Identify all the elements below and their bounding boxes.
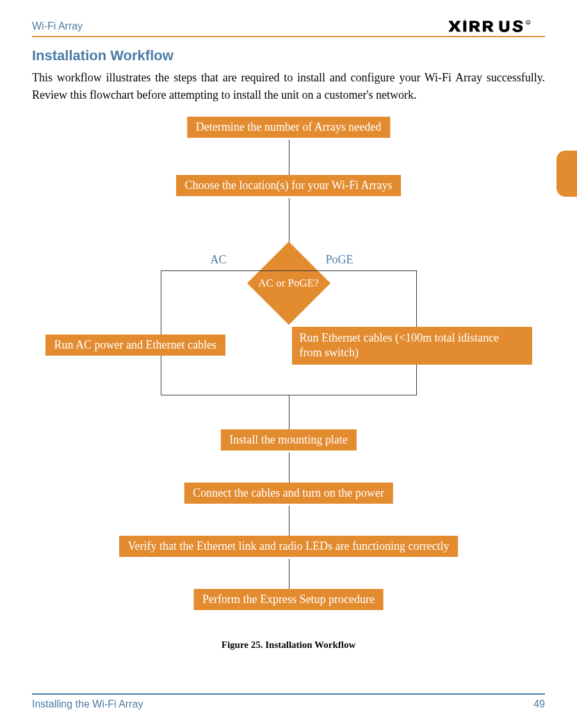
flow-step-express-setup: Perform the Express Setup procedure [193,589,384,610]
page-tab [557,151,577,197]
page-header: Wi-Fi Array R [32,19,545,37]
intro-paragraph: This workflow illustrates the steps that… [32,69,545,104]
page-footer: Installing the Wi-Fi Array 49 [32,693,545,710]
brand-logo: R [443,19,545,33]
connector-line [289,559,289,589]
flow-step-connect-cables: Connect the cables and turn on the power [184,483,393,504]
flow-step-choose-locations: Choose the location(s) for your Wi-Fi Ar… [176,175,402,196]
flow-step-verify-leds: Verify that the Ethernet link and radio … [119,536,459,557]
connector-line [289,506,289,536]
flow-step-install-plate: Install the mounting plate [220,429,356,451]
connector-line [289,140,289,175]
connector-line [289,198,289,245]
section-heading: Installation Workflow [32,47,545,64]
branch-label-ac: AC [211,253,227,267]
connector-line [289,395,289,429]
flow-step-run-poge: Run Ethernet cables (<100m total idistan… [292,327,532,365]
svg-text:R: R [527,21,529,24]
flowchart: Determine the number of Arrays needed Ch… [45,117,532,642]
header-product-name: Wi-Fi Array [32,21,83,32]
flow-step-determine-arrays: Determine the number of Arrays needed [187,117,390,138]
footer-section-name: Installing the Wi-Fi Array [32,699,143,710]
footer-page-number: 49 [533,699,545,710]
flow-step-run-ac: Run AC power and Ethernet cables [45,335,225,356]
svg-rect-0 [463,21,466,31]
svg-point-5 [464,19,466,21]
connector-line [289,452,289,483]
